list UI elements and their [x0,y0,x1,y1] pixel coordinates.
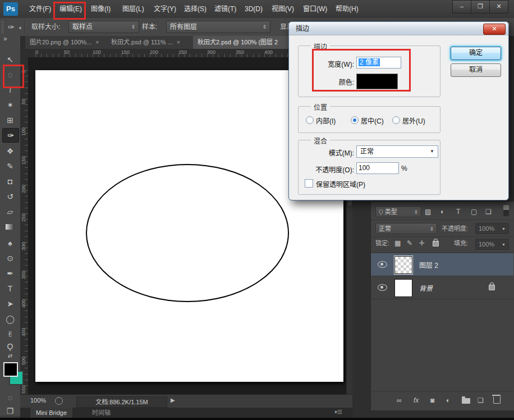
zoom-level[interactable]: 100% [30,397,46,404]
new-layer-icon[interactable]: ❏ [478,395,484,406]
healing-brush-tool[interactable]: ❖ [2,144,18,158]
clone-stamp-tool[interactable]: ◘ [2,175,18,188]
tab-close-icon[interactable]: × [95,39,99,45]
path-selection-tool[interactable]: ➤ [2,297,18,311]
hand-tool[interactable]: ✌ [2,327,18,341]
cancel-button[interactable]: 取消 [451,63,501,77]
minimize-button[interactable]: – [452,0,471,13]
pen-tool[interactable]: ✒ [2,267,18,280]
filter-toggle[interactable] [503,205,509,216]
swap-colors-icon[interactable]: ⇄ [2,351,18,360]
opacity-value[interactable]: 100% ▼ [475,223,509,234]
ruler-tick-label: 300 [207,49,215,55]
gradient-tool[interactable] [2,220,18,234]
lock-pixels-icon[interactable]: ✎ [407,238,412,249]
sample-dropdown[interactable]: 所有图层 ⇕ [166,21,270,33]
ruler-tick-label: 500 [21,357,26,365]
search-icon: Ϙ [379,209,383,215]
layer-filter-dropdown[interactable]: Ϙ 类型 ⇕ [375,206,421,217]
layer2-thumbnail[interactable] [394,256,412,274]
tool-preset-arrow-icon[interactable]: ▼ [18,26,22,31]
menu-layer[interactable]: 图层(L) [116,0,151,18]
visibility-eye-icon[interactable] [378,261,387,268]
edit-menu-annotation [53,2,86,20]
ruler-tick-label: 100 [93,49,101,55]
history-brush-tool[interactable]: ↺ [2,190,18,203]
tab-mini-bridge[interactable]: Mini Bridge [30,408,72,418]
document-info[interactable]: 文档:886.2K/1.15M [76,396,167,408]
dodge-tool[interactable]: ⊙ [2,252,18,265]
blur-tool[interactable]: ♠ [2,236,18,250]
filter-adjustment-layers-icon[interactable]: ◐ [440,206,444,217]
dialog-title-bar[interactable]: 描边 [289,22,508,35]
radio-center-label[interactable]: 居中(C) [361,116,384,125]
menu-view[interactable]: 视图(V) [265,0,301,18]
menu-image[interactable]: 图像(I) [84,0,117,18]
ruler-tick-label: 400 [264,49,273,55]
layer-row-layer2[interactable]: 图层 2 [371,253,513,276]
add-mask-icon[interactable]: ◙ [430,395,434,406]
type-tool[interactable]: T [2,282,18,295]
ruler-tick-label: 150 [121,49,130,55]
filter-type-layers-icon[interactable]: T [456,206,460,217]
quick-mask-button[interactable]: ◌ [2,391,18,404]
shape-tool[interactable]: ◯ [2,312,18,326]
blend-mode-dropdown[interactable]: 正常 ⇕ [375,223,437,234]
layer-style-fx-icon[interactable]: fx [414,395,419,406]
magic-wand-tool[interactable]: ✶ [2,98,18,112]
close-button[interactable]: ✕ [489,0,508,13]
radio-inside-label[interactable]: 内部(I) [316,116,336,125]
screen-mode-button[interactable]: ❐ [2,404,18,418]
tab-timeline[interactable]: 时间轴 [86,408,116,418]
eyedropper-tool[interactable]: ✑ [2,128,19,143]
dropdown-arrow-icon: ▼ [502,223,506,235]
radio-outside[interactable] [392,116,400,124]
adjustment-layer-icon[interactable]: ◐ [446,395,450,406]
radio-center[interactable] [351,116,359,124]
crop-tool[interactable]: ⊞ [2,113,18,127]
opacity-input[interactable]: 100 [356,162,399,174]
status-play-icon[interactable]: ▶ [171,397,175,403]
preserve-transparency-label[interactable]: 保留透明区域(P) [316,179,365,189]
link-layers-icon[interactable]: ∞ [397,395,402,406]
ruler-tick-label: 400 [21,299,26,308]
collapse-panel-icon[interactable]: » [3,35,7,43]
sample-size-dropdown[interactable]: 取样点 ⇕ [68,21,139,33]
preserve-transparency-checkbox[interactable] [305,179,313,188]
ok-button[interactable]: 确定 [451,47,501,60]
radio-outside-label[interactable]: 居外(U) [402,116,425,125]
new-group-folder-icon[interactable] [462,398,470,404]
layer-row-background[interactable]: 背景 [371,276,513,299]
layer-name[interactable]: 图层 2 [419,260,438,270]
lock-position-icon[interactable]: ✛ [419,238,425,249]
lock-transparent-icon[interactable]: ▦ [394,238,401,249]
mode-value: 正常 [360,148,374,156]
photoshop-window: Ps 文件(F) 编辑(E) 图像(I) 图层(L) 文字(Y) 选择(S) 滤… [0,0,514,420]
fill-label: 填充: [454,238,468,249]
tab-close-icon[interactable]: × [177,39,180,45]
tab-document-1[interactable]: 图片20.png @ 100%...× [25,36,108,49]
lock-all-icon[interactable] [433,241,439,246]
eraser-tool[interactable]: ▱ [2,205,18,218]
mode-dropdown[interactable]: 正常 ▼ [356,145,438,158]
radio-inside[interactable] [306,116,314,124]
fill-value[interactable]: 100% ▼ [475,239,509,250]
tab-document-3-active[interactable]: 秋田犬2.psd @ 100% (图层 2 [193,36,298,49]
maximize-button[interactable]: ❐ [471,0,490,13]
filter-smart-object-icon[interactable]: ❏ [485,206,492,217]
delete-layer-trash-icon[interactable] [493,395,501,404]
tab-document-2[interactable]: 秋田犬.psd @ 111% ...× [107,36,194,49]
percent-label: % [401,165,407,172]
brush-tool[interactable]: ✎ [2,159,18,173]
opacity-label: 不透明度: [442,223,468,234]
filter-pixel-layers-icon[interactable]: ▨ [425,206,431,217]
menu-help[interactable]: 帮助(H) [329,0,365,18]
layer-name[interactable]: 背景 [419,283,433,293]
foreground-color-swatch[interactable] [3,362,18,377]
visibility-eye-icon[interactable] [378,284,387,291]
background-thumbnail[interactable] [394,279,412,297]
sync-icon[interactable] [55,397,63,405]
panel-menu-icon[interactable]: ▾☰ [334,409,342,415]
filter-shape-layers-icon[interactable]: ▢ [471,206,477,217]
dialog-close-button[interactable]: ✕ [483,24,506,35]
